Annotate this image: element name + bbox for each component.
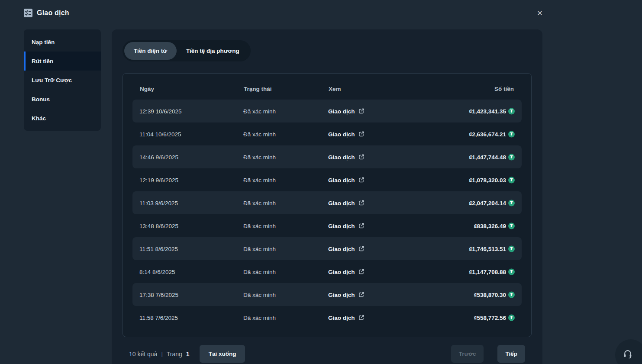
table-row: 14:46 9/6/2025 Đã xác minh Giao dịch ₫1,… (132, 145, 522, 168)
sidebar-item[interactable]: Rút tiền (24, 52, 101, 71)
amount-value: ₫1,746,513.51 (469, 245, 506, 252)
tether-icon: ₮ (508, 200, 515, 206)
transaction-link[interactable]: Giao dịch (328, 131, 365, 137)
table-body: 12:39 10/6/2025 Đã xác minh Giao dịch ₫1… (123, 100, 531, 329)
row-status: Đã xác minh (243, 291, 276, 298)
transaction-link-label: Giao dịch (328, 245, 355, 252)
previous-page-button[interactable]: Trước (451, 345, 484, 363)
transactions-list-icon (24, 9, 32, 17)
page-label: Trang (167, 351, 182, 358)
row-status: Đã xác minh (243, 154, 276, 160)
row-date: 13:48 8/6/2025 (139, 222, 178, 229)
page-number: 1 (186, 351, 190, 358)
table-row: 8:14 8/6/2025 Đã xác minh Giao dịch ₫1,1… (132, 260, 522, 283)
row-date: 11:04 10/6/2025 (139, 131, 181, 137)
results-count: 10 kết quả (129, 351, 157, 358)
external-link-icon (358, 131, 365, 137)
row-date: 8:14 8/6/2025 (139, 268, 175, 275)
row-amount: ₫1,147,708.88 ₮ (469, 268, 515, 275)
table-row: 13:48 8/6/2025 Đã xác minh Giao dịch ₫83… (132, 214, 522, 237)
transaction-link-label: Giao dịch (328, 222, 355, 229)
close-button[interactable]: ✕ (533, 6, 547, 20)
transaction-link[interactable]: Giao dịch (328, 314, 365, 321)
transaction-link[interactable]: Giao dịch (328, 200, 365, 206)
row-status: Đã xác minh (243, 177, 276, 183)
external-link-icon (358, 292, 365, 298)
row-amount: ₫1,423,341.35 ₮ (469, 108, 515, 114)
external-link-icon (358, 315, 365, 321)
transaction-link-label: Giao dịch (328, 177, 355, 183)
row-date: 12:39 10/6/2025 (139, 108, 182, 114)
external-link-icon (358, 223, 365, 229)
results-group: 10 kết quả | Trang 1 Tải xuống (129, 345, 245, 363)
amount-value: ₫2,636,674.21 (469, 131, 506, 137)
table-row: 11:03 9/6/2025 Đã xác minh Giao dịch ₫2,… (132, 191, 522, 214)
sidebar-item[interactable]: Bonus (24, 90, 101, 109)
transaction-link[interactable]: Giao dịch (328, 177, 365, 183)
transaction-link-label: Giao dịch (328, 154, 355, 160)
table-row: 11:58 7/6/2025 Đã xác minh Giao dịch ₫55… (132, 306, 522, 329)
row-date: 11:51 8/6/2025 (139, 245, 178, 252)
footer-divider: | (161, 351, 162, 357)
column-header-view: Xem (329, 86, 341, 92)
close-icon: ✕ (537, 10, 542, 17)
external-link-icon (358, 154, 365, 160)
sidebar-item[interactable]: Lưu Trữ Cược (24, 71, 101, 90)
row-amount: ₫1,746,513.51 ₮ (469, 245, 515, 252)
pagination-footer: 10 kết quả | Trang 1 Tải xuống Trước Tiế… (129, 345, 525, 363)
tether-icon: ₮ (508, 108, 515, 114)
transaction-link[interactable]: Giao dịch (328, 268, 365, 275)
transaction-link[interactable]: Giao dịch (328, 291, 365, 298)
column-header-amount: Số tiền (494, 86, 514, 92)
amount-value: ₫558,772.56 (474, 314, 507, 321)
transaction-link-label: Giao dịch (328, 268, 355, 275)
amount-value: ₫538,870.30 (474, 291, 507, 298)
support-button[interactable] (615, 339, 642, 364)
row-amount: ₫2,636,674.21 ₮ (469, 131, 515, 137)
tether-icon: ₮ (508, 314, 515, 321)
amount-value: ₫1,447,744.48 (469, 154, 506, 160)
transaction-link[interactable]: Giao dịch (328, 108, 365, 114)
table-row: 17:38 7/6/2025 Đã xác minh Giao dịch ₫53… (132, 283, 522, 306)
transaction-link-label: Giao dịch (328, 314, 355, 321)
row-amount: ₫538,870.30 ₮ (474, 291, 515, 298)
row-amount: ₫1,447,744.48 ₮ (469, 154, 515, 160)
transaction-link[interactable]: Giao dịch (328, 222, 365, 229)
row-status: Đã xác minh (243, 200, 276, 206)
table-row: 12:39 10/6/2025 Đã xác minh Giao dịch ₫1… (132, 100, 522, 122)
row-amount: ₫558,772.56 ₮ (474, 314, 515, 321)
sidebar-item[interactable]: Nạp tiền (24, 32, 101, 52)
tether-icon: ₮ (508, 245, 515, 252)
transaction-link[interactable]: Giao dịch (328, 245, 365, 252)
row-date: 11:03 9/6/2025 (139, 200, 178, 206)
tether-icon: ₮ (508, 177, 515, 183)
table-row: 12:19 9/6/2025 Đã xác minh Giao dịch ₫1,… (132, 168, 522, 191)
column-header-date: Ngày (140, 86, 154, 92)
table-row: 11:51 8/6/2025 Đã xác minh Giao dịch ₫1,… (132, 237, 522, 260)
external-link-icon (358, 108, 365, 114)
currency-tab[interactable]: Tiền tệ địa phương (177, 42, 249, 60)
title-group: Giao dịch (24, 9, 69, 17)
currency-tab[interactable]: Tiền điện tử (124, 42, 177, 60)
row-status: Đã xác minh (243, 268, 276, 275)
row-date: 17:38 7/6/2025 (139, 291, 178, 298)
tether-icon: ₮ (508, 291, 515, 298)
modal-header: Giao dịch ✕ (0, 0, 642, 26)
download-button[interactable]: Tải xuống (200, 345, 245, 363)
transaction-link[interactable]: Giao dịch (328, 154, 365, 160)
transaction-link-label: Giao dịch (328, 131, 355, 137)
external-link-icon (358, 200, 365, 206)
row-date: 14:46 9/6/2025 (139, 154, 178, 160)
next-page-button[interactable]: Tiếp (497, 345, 525, 363)
amount-value: ₫1,078,320.03 (469, 177, 506, 183)
currency-tab-bar: Tiền điện tửTiền tệ địa phương (123, 40, 251, 61)
amount-value: ₫838,326.49 (474, 222, 507, 229)
amount-value: ₫2,047,204.14 (469, 200, 506, 206)
tether-icon: ₮ (508, 222, 515, 229)
amount-value: ₫1,147,708.88 (469, 268, 506, 275)
sidebar-item[interactable]: Khác (24, 109, 101, 128)
external-link-icon (358, 246, 365, 252)
tether-icon: ₮ (508, 131, 515, 137)
tether-icon: ₮ (508, 154, 515, 160)
sidebar-nav: Nạp tiềnRút tiềnLưu Trữ CượcBonusKhác (24, 29, 101, 131)
